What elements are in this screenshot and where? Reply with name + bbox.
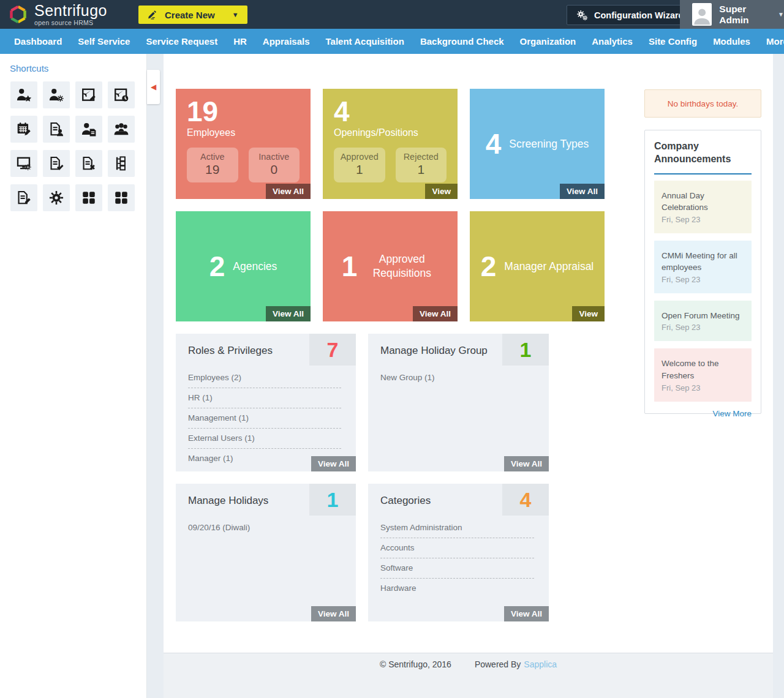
sidebar-collapse-toggle[interactable]: ◀ (147, 70, 160, 104)
user-menu[interactable]: Super Admin ▼ (680, 0, 784, 29)
nav-analytics[interactable]: Analytics (584, 36, 641, 47)
agencies-label: Agencies (233, 260, 277, 274)
view-all-button[interactable]: View All (560, 184, 605, 199)
card-title: Categories (380, 495, 431, 507)
nav-more[interactable]: More▼ (758, 36, 784, 47)
sapplica-link[interactable]: Sapplica (524, 659, 557, 669)
nav-organization[interactable]: Organization (512, 36, 584, 47)
list-item: HR (1) (188, 388, 341, 408)
list-item: Accounts (380, 538, 534, 558)
list-item: Management (1) (188, 408, 341, 429)
shortcuts-title: Shortcuts (10, 63, 146, 73)
calendar-edit-icon[interactable] (10, 116, 37, 143)
nav-background-check[interactable]: Background Check (412, 36, 512, 47)
edit-document-icon[interactable] (10, 184, 37, 211)
person-icon (692, 6, 712, 26)
chevron-down-icon: ▼ (778, 11, 784, 18)
view-more-link[interactable]: View More (654, 409, 752, 418)
card-manage-holiday-group: Manage Holiday Group 1 New Group (1) Vie… (368, 334, 549, 471)
tile-approved-requisitions: 1 Approved Requisitions View All (323, 211, 458, 321)
attendance-report-icon[interactable] (43, 116, 70, 143)
configuration-wizard-label: Configuration Wizard (594, 10, 684, 20)
configuration-wizard-button[interactable]: Configuration Wizard (567, 5, 693, 25)
card-title: Manage Holidays (188, 495, 268, 507)
openings-label: Openings/Positions (334, 127, 447, 138)
holidays-list: 09/20/16 (Diwali) (188, 518, 341, 538)
settings-gear-icon[interactable] (43, 184, 70, 211)
nav-appraisals[interactable]: Appraisals (255, 36, 318, 47)
modules-grid-icon[interactable] (75, 184, 102, 211)
brand-name: Sentrifugo (34, 3, 107, 18)
top-header: Sentrifugo open source HRMS Create New ▼… (0, 0, 784, 29)
approved-requests-icon[interactable] (43, 150, 70, 177)
requisitions-label: Approved Requisitions (365, 252, 439, 280)
tile-employees: 19 Employees Active 19 Inactive 0 View A… (176, 89, 311, 199)
nav-self-service[interactable]: Self Service (70, 36, 138, 47)
list-item: 09/20/16 (Diwali) (188, 518, 341, 538)
shortcut-grid (10, 81, 146, 211)
organization-hierarchy-icon[interactable] (108, 150, 135, 177)
view-button[interactable]: View (572, 306, 605, 321)
view-all-button[interactable]: View All (266, 306, 311, 321)
avatar (692, 3, 712, 26)
inactive-employees-box[interactable]: Inactive 0 (249, 148, 300, 182)
nav-dashboard[interactable]: Dashboard (14, 36, 70, 47)
list-item: Employees (2) (188, 368, 341, 388)
announcement-item: Welcome to the Freshers Fri, Sep 23 (654, 348, 752, 401)
card-manage-holidays: Manage Holidays 1 09/20/16 (Diwali) View… (176, 484, 356, 621)
dashboard-content: 19 Employees Active 19 Inactive 0 View A… (164, 54, 773, 653)
nav-hr[interactable]: HR (225, 36, 255, 47)
service-request-icon[interactable] (75, 116, 102, 143)
screening-count: 4 (486, 130, 502, 158)
chevron-down-icon: ▼ (232, 11, 239, 18)
holidays-count-badge: 1 (309, 484, 356, 516)
copyright-text: © Sentrifugo, 2016 (380, 659, 451, 669)
nav-modules[interactable]: Modules (705, 36, 758, 47)
tile-agencies: 2 Agencies View All (176, 211, 311, 321)
view-all-button[interactable]: View All (266, 184, 311, 199)
collapse-left-icon: ◀ (151, 83, 156, 91)
list-item: New Group (1) (380, 368, 534, 388)
approved-openings-box[interactable]: Approved 1 (334, 148, 385, 182)
announcement-item: CMMi Meeting for all employees Fri, Sep … (654, 241, 752, 293)
appraisal-label: Manager Appraisal (504, 260, 594, 274)
view-all-button[interactable]: View All (311, 456, 356, 471)
announcements-list: Annual Day Celebrations Fri, Sep 23 CMMi… (654, 181, 752, 402)
view-all-button[interactable]: View All (504, 456, 549, 471)
employees-count: 19 (187, 97, 300, 126)
openings-count: 4 (334, 97, 447, 126)
appraisal-count: 2 (481, 252, 497, 280)
card-title: Roles & Privileges (188, 345, 273, 357)
rejected-openings-box[interactable]: Rejected 1 (396, 148, 447, 182)
view-all-button[interactable]: View All (504, 606, 549, 621)
employee-star-icon[interactable] (10, 81, 37, 108)
tile-manager-appraisal: 2 Manager Appraisal View (470, 211, 605, 321)
apply-leave-icon[interactable] (75, 81, 102, 108)
main-nav: Dashboard Self Service Service Request H… (0, 29, 784, 54)
nav-service-request[interactable]: Service Request (138, 36, 225, 47)
employees-group-icon[interactable] (108, 116, 135, 143)
employee-settings-icon[interactable] (43, 81, 70, 108)
roles-count-badge: 7 (309, 334, 356, 366)
announcement-item: Open Forum Meeting Fri, Sep 23 (654, 301, 752, 342)
system-settings-icon[interactable] (10, 150, 37, 177)
rejected-requests-icon[interactable] (75, 150, 102, 177)
create-new-button[interactable]: Create New ▼ (138, 6, 247, 24)
active-employees-box[interactable]: Active 19 (187, 148, 238, 182)
holiday-group-list: New Group (1) (380, 368, 534, 388)
pending-leaves-icon[interactable] (108, 81, 135, 108)
view-button[interactable]: View (425, 184, 458, 199)
powered-by-text: Powered By (475, 659, 521, 669)
roles-list: Employees (2) HR (1) Management (1) Exte… (188, 368, 341, 468)
view-all-button[interactable]: View All (413, 306, 458, 321)
categories-count-badge: 4 (502, 484, 549, 516)
view-all-button[interactable]: View All (311, 606, 356, 621)
sentrifugo-logo-icon (6, 2, 30, 26)
tile-screening-types: 4 Screening Types View All (470, 89, 605, 199)
nav-site-config[interactable]: Site Config (641, 36, 705, 47)
apps-grid-icon[interactable] (108, 184, 135, 211)
announcements-title: Company Announcements (654, 140, 752, 174)
nav-talent-acquisition[interactable]: Talent Acquisition (318, 36, 412, 47)
card-categories: Categories 4 System Administration Accou… (368, 484, 549, 621)
brand-logo[interactable]: Sentrifugo open source HRMS (6, 2, 107, 26)
